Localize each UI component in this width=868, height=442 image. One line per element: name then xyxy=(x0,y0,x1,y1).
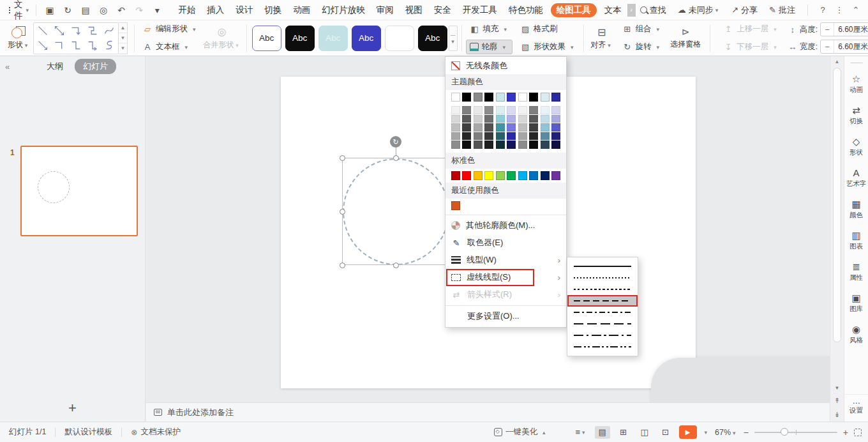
style-gallery-more[interactable]: —▼ xyxy=(449,26,458,51)
theme-tint-swatch[interactable] xyxy=(518,132,527,141)
zoom-level[interactable]: 67%▾ xyxy=(715,428,738,437)
sidebar-item-颜色[interactable]: ▦颜色 xyxy=(849,199,863,220)
theme-tint-swatch[interactable] xyxy=(507,115,516,123)
standard-color-swatch[interactable] xyxy=(484,171,493,180)
find-button[interactable]: 查找 xyxy=(636,4,671,16)
sidebar-item-图库[interactable]: ▣图库 xyxy=(849,293,863,314)
resize-handle-bottom-middle[interactable] xyxy=(393,263,399,268)
theme-tint-swatch[interactable] xyxy=(474,115,483,123)
gallery-shape-elbow[interactable] xyxy=(51,38,68,53)
play-options-chevron-icon[interactable]: ▾ xyxy=(705,429,708,436)
theme-tint-swatch[interactable] xyxy=(484,115,493,123)
print-preview-icon[interactable]: ◎ xyxy=(96,5,111,15)
theme-tint-swatch[interactable] xyxy=(529,123,538,132)
theme-tint-swatch[interactable] xyxy=(541,141,550,149)
group-button[interactable]: ⊞组合▾ xyxy=(618,22,666,36)
theme-tint-swatch[interactable] xyxy=(507,106,516,114)
design-template-button[interactable]: 默认设计模板 xyxy=(56,427,121,438)
menu-tab-幻灯片放映[interactable]: 幻灯片放映 xyxy=(316,3,371,17)
tab-slides[interactable]: 幻灯片 xyxy=(75,59,116,74)
theme-tint-swatch[interactable] xyxy=(551,141,560,149)
menu-tab-绘图工具[interactable]: 绘图工具 xyxy=(551,3,597,17)
theme-tint-swatch[interactable] xyxy=(451,106,460,114)
more-commands-icon[interactable]: ▾ xyxy=(149,5,165,15)
sidebar-item-艺术字[interactable]: A艺术字 xyxy=(846,168,867,188)
menu-tab-插入[interactable]: 插入 xyxy=(201,3,230,17)
menu-tab-动画[interactable]: 动画 xyxy=(287,3,316,17)
theme-tint-swatch[interactable] xyxy=(474,132,483,141)
theme-color-swatch[interactable] xyxy=(551,93,560,102)
theme-tint-swatch[interactable] xyxy=(451,123,460,132)
theme-tint-swatch[interactable] xyxy=(474,106,483,114)
standard-color-swatch[interactable] xyxy=(496,171,505,180)
slide-sorter-view-button[interactable]: ⊞ xyxy=(616,426,631,439)
menu-tab-文本[interactable]: 文本 xyxy=(599,3,627,17)
dash-option-round-dot[interactable] xyxy=(567,272,638,284)
play-slideshow-button[interactable]: ▶ xyxy=(679,425,697,439)
theme-tint-swatch[interactable] xyxy=(529,141,538,149)
rotation-handle[interactable]: ↻ xyxy=(390,136,401,148)
shape-style-3[interactable]: Abc xyxy=(318,26,348,51)
zoom-out-button[interactable]: − xyxy=(744,427,749,438)
sidebar-item-图表[interactable]: ▥图表 xyxy=(849,231,863,251)
redo-icon[interactable]: ↷ xyxy=(131,5,147,15)
standard-color-swatch[interactable] xyxy=(507,171,516,180)
gallery-more-icon[interactable]: ▼ xyxy=(119,43,127,54)
theme-color-swatch[interactable] xyxy=(484,93,493,102)
undo-icon[interactable]: ↶ xyxy=(114,5,129,15)
theme-tint-swatch[interactable] xyxy=(541,123,550,132)
merge-shapes-button[interactable]: ◎ 合并形状▾ xyxy=(202,26,243,50)
theme-tint-swatch[interactable] xyxy=(529,115,538,123)
vertical-scrollbar[interactable]: ▲ ▼ ↟ ↡ xyxy=(830,56,844,422)
menu-item-none[interactable]: 更多设置(O)... xyxy=(445,308,566,325)
height-value[interactable]: 6.60厘米 xyxy=(834,23,868,36)
save-icon[interactable]: ▣ xyxy=(42,5,57,15)
hamburger-menu-icon[interactable] xyxy=(9,7,10,13)
menu-tab-开发工具[interactable]: 开发工具 xyxy=(457,3,503,17)
theme-tint-swatch[interactable] xyxy=(474,123,483,132)
theme-tint-swatch[interactable] xyxy=(462,132,471,141)
one-click-beautify-button[interactable]: 一键美化▴ xyxy=(490,427,551,438)
menu-item-eyedropper-icon[interactable]: ✎取色器(E) xyxy=(445,234,566,252)
menu-item-no-line-color[interactable]: 无线条颜色 xyxy=(445,57,566,74)
theme-tint-swatch[interactable] xyxy=(529,106,538,114)
theme-tint-swatch[interactable] xyxy=(518,141,527,149)
outline-button[interactable]: 轮廓▾ xyxy=(466,40,513,54)
theme-color-swatch[interactable] xyxy=(496,93,505,102)
menu-item-color-wheel-icon[interactable]: 其他轮廓颜色(M)... xyxy=(445,217,566,234)
notes-bar[interactable]: 单击此处添加备注 xyxy=(146,402,830,422)
menu-tab-视图[interactable]: 视图 xyxy=(400,3,428,17)
theme-color-swatch[interactable] xyxy=(507,93,516,102)
scroll-down-icon[interactable]: ▼ xyxy=(835,385,840,391)
standard-color-swatch[interactable] xyxy=(518,171,527,180)
resize-handle-top-middle[interactable] xyxy=(393,155,399,161)
theme-tint-swatch[interactable] xyxy=(507,132,516,141)
menu-tab-审阅[interactable]: 审阅 xyxy=(371,3,400,17)
dash-option-dash-dot[interactable] xyxy=(567,307,638,318)
sidebar-item-风格[interactable]: ◉风格 xyxy=(849,324,863,345)
theme-tint-swatch[interactable] xyxy=(484,132,493,141)
menu-item-dash-style-icon[interactable]: 虚线线型(S)› xyxy=(445,269,566,286)
dash-option-square-dot[interactable] xyxy=(567,284,638,295)
menu-tab-设计[interactable]: 设计 xyxy=(230,3,258,17)
sidebar-item-形状[interactable]: ◇形状 xyxy=(849,137,863,157)
standard-color-swatch[interactable] xyxy=(451,171,460,180)
sidebar-item-切换[interactable]: ⇄切换 xyxy=(849,105,863,126)
gallery-shape-curve[interactable] xyxy=(101,24,117,38)
dash-option-long-dash[interactable] xyxy=(567,318,638,330)
theme-tint-swatch[interactable] xyxy=(541,106,550,114)
normal-view-button[interactable]: ▤ xyxy=(595,426,610,439)
theme-tint-swatch[interactable] xyxy=(551,115,560,123)
align-button[interactable]: ⊟ 对齐▾ xyxy=(588,26,616,50)
width-value[interactable]: 6.60厘米 xyxy=(834,40,868,53)
more-options-icon[interactable]: ⋮ xyxy=(832,5,846,15)
menu-item-line-weight-icon[interactable]: 线型(W)› xyxy=(445,252,566,269)
theme-tint-swatch[interactable] xyxy=(551,123,560,132)
zoom-slider[interactable] xyxy=(754,432,837,433)
standard-color-swatch[interactable] xyxy=(541,171,550,180)
theme-tint-swatch[interactable] xyxy=(484,141,493,149)
shape-style-2[interactable]: Abc xyxy=(285,26,315,51)
print-icon[interactable]: ▤ xyxy=(78,5,93,15)
gallery-shape-scribble[interactable] xyxy=(101,38,117,53)
theme-tint-swatch[interactable] xyxy=(507,141,516,149)
